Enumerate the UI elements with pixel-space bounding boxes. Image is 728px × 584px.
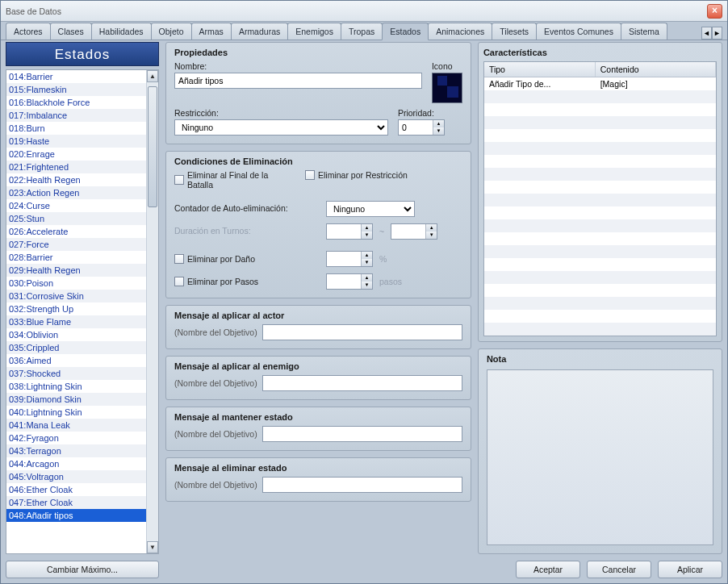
table-row[interactable] — [484, 219, 716, 232]
tab-sistema[interactable]: Sistema — [621, 23, 667, 40]
tab-estados[interactable]: Estados — [382, 23, 429, 40]
tab-tilesets[interactable]: Tilesets — [492, 23, 537, 40]
cancel-button[interactable]: Cancelar — [587, 561, 651, 578]
chevron-down-icon[interactable]: ▼ — [433, 127, 444, 135]
list-item[interactable]: 018:Burn — [6, 122, 146, 135]
list-item[interactable]: 041:Mana Leak — [6, 419, 146, 432]
table-row[interactable]: Añadir Tipo de...[Magic] — [484, 77, 716, 90]
check-end-battle[interactable]: Eliminar al Final de la Batalla — [174, 170, 295, 190]
auto-select[interactable]: Ninguno — [326, 201, 415, 217]
table-row[interactable] — [484, 194, 716, 206]
scroll-down-icon[interactable]: ▼ — [147, 541, 158, 553]
list-item[interactable]: 042:Fyragon — [6, 432, 146, 444]
check-by-restriction[interactable]: Eliminar por Restricción — [305, 170, 408, 180]
icon-picker[interactable] — [432, 73, 462, 103]
restriction-select[interactable]: Ninguno — [174, 119, 388, 136]
steps-stepper[interactable]: ▲▼ — [326, 273, 373, 290]
damage-stepper[interactable]: ▲▼ — [326, 251, 373, 267]
table-row[interactable] — [484, 155, 716, 168]
list-item[interactable]: 035:Crippled — [6, 341, 146, 354]
tab-clases[interactable]: Clases — [50, 23, 92, 40]
msg-actor-input[interactable] — [262, 324, 462, 340]
list-item[interactable]: 028:Barrier — [6, 251, 146, 264]
tab-scroll-left[interactable]: ◄ — [701, 27, 712, 40]
list-item[interactable]: 017:Imbalance — [6, 109, 146, 122]
list-item[interactable]: 015:Flameskin — [6, 83, 146, 96]
table-row[interactable] — [484, 297, 716, 310]
check-by-damage[interactable]: Eliminar por Daño — [174, 254, 320, 264]
state-list[interactable]: 014:Barrier015:Flameskin016:Blackhole Fo… — [6, 70, 146, 553]
table-row[interactable] — [484, 245, 716, 258]
tab-armaduras[interactable]: Armaduras — [231, 23, 288, 40]
list-scrollbar[interactable]: ▲ ▼ — [146, 70, 158, 553]
list-item[interactable]: 032:Strength Up — [6, 302, 146, 315]
table-row[interactable] — [484, 310, 716, 323]
chevron-up-icon[interactable]: ▲ — [433, 120, 444, 127]
list-item[interactable]: 024:Curse — [6, 199, 146, 212]
table-row[interactable] — [484, 90, 716, 103]
list-item[interactable]: 043:Terragon — [6, 444, 146, 457]
list-item[interactable]: 039:Diamond Skin — [6, 393, 146, 406]
table-row[interactable] — [484, 271, 716, 284]
turns-min-stepper[interactable]: ▲▼ — [326, 223, 373, 240]
list-item[interactable]: 036:Aimed — [6, 354, 146, 367]
table-row[interactable] — [484, 206, 716, 219]
list-item[interactable]: 037:Shocked — [6, 367, 146, 380]
change-max-button[interactable]: Cambiar Máximo... — [6, 561, 159, 578]
note-textarea[interactable] — [487, 369, 713, 545]
col-type[interactable]: Tipo — [484, 62, 596, 77]
msg-remove-input[interactable] — [262, 477, 462, 493]
table-row[interactable] — [484, 103, 716, 116]
close-icon[interactable]: × — [707, 4, 722, 19]
table-row[interactable] — [484, 142, 716, 155]
list-item[interactable]: 016:Blackhole Force — [6, 96, 146, 109]
tab-scroll-right[interactable]: ► — [712, 27, 722, 40]
table-row[interactable] — [484, 116, 716, 129]
tab-eventos-comunes[interactable]: Eventos Comunes — [536, 23, 621, 40]
list-item[interactable]: 034:Oblivion — [6, 328, 146, 341]
priority-stepper[interactable]: ▲▼ — [398, 119, 445, 136]
table-row[interactable] — [484, 181, 716, 194]
tab-armas[interactable]: Armas — [191, 23, 232, 40]
list-item[interactable]: 033:Blue Flame — [6, 315, 146, 328]
list-item[interactable]: 030:Poison — [6, 277, 146, 290]
table-row[interactable] — [484, 129, 716, 142]
list-item[interactable]: 014:Barrier — [6, 70, 146, 83]
list-item[interactable]: 026:Accelerate — [6, 225, 146, 238]
check-by-steps[interactable]: Eliminar por Pasos — [174, 277, 320, 286]
table-row[interactable] — [484, 168, 716, 181]
list-item[interactable]: 047:Ether Cloak — [6, 496, 146, 509]
scroll-thumb[interactable] — [148, 86, 157, 207]
col-content[interactable]: Contenido — [596, 62, 716, 77]
turns-max-stepper[interactable]: ▲▼ — [391, 223, 437, 240]
list-item[interactable]: 029:Health Regen — [6, 264, 146, 277]
list-item[interactable]: 025:Stun — [6, 212, 146, 225]
apply-button[interactable]: Aplicar — [658, 561, 722, 578]
scroll-up-icon[interactable]: ▲ — [147, 70, 158, 82]
msg-enemy-input[interactable] — [262, 375, 462, 391]
priority-input[interactable] — [399, 120, 433, 135]
tab-animaciones[interactable]: Animaciones — [428, 23, 492, 40]
list-item[interactable]: 031:Corrosive Skin — [6, 290, 146, 302]
list-item[interactable]: 027:Force — [6, 238, 146, 251]
list-item[interactable]: 023:Action Regen — [6, 186, 146, 199]
tab-actores[interactable]: Actores — [6, 23, 51, 40]
msg-keep-input[interactable] — [262, 426, 462, 442]
list-item[interactable]: 020:Enrage — [6, 148, 146, 161]
table-row[interactable] — [484, 323, 716, 336]
table-row[interactable] — [484, 232, 716, 245]
table-row[interactable] — [484, 258, 716, 271]
tab-objeto[interactable]: Objeto — [151, 23, 192, 40]
list-item[interactable]: 021:Frightened — [6, 161, 146, 173]
ok-button[interactable]: Aceptar — [516, 561, 580, 578]
list-item[interactable]: 038:Lightning Skin — [6, 380, 146, 393]
list-item[interactable]: 019:Haste — [6, 135, 146, 148]
tab-enemigos[interactable]: Enemigos — [287, 23, 341, 40]
table-row[interactable] — [484, 284, 716, 297]
list-item[interactable]: 022:Health Regen — [6, 173, 146, 186]
characteristics-table[interactable]: Tipo Contenido Añadir Tipo de...[Magic] — [483, 61, 717, 336]
tab-habilidades[interactable]: Habilidades — [91, 23, 152, 40]
list-item[interactable]: 048:Añadir tipos — [6, 509, 146, 522]
tab-tropas[interactable]: Tropas — [341, 23, 383, 40]
list-item[interactable]: 044:Arcagon — [6, 457, 146, 470]
